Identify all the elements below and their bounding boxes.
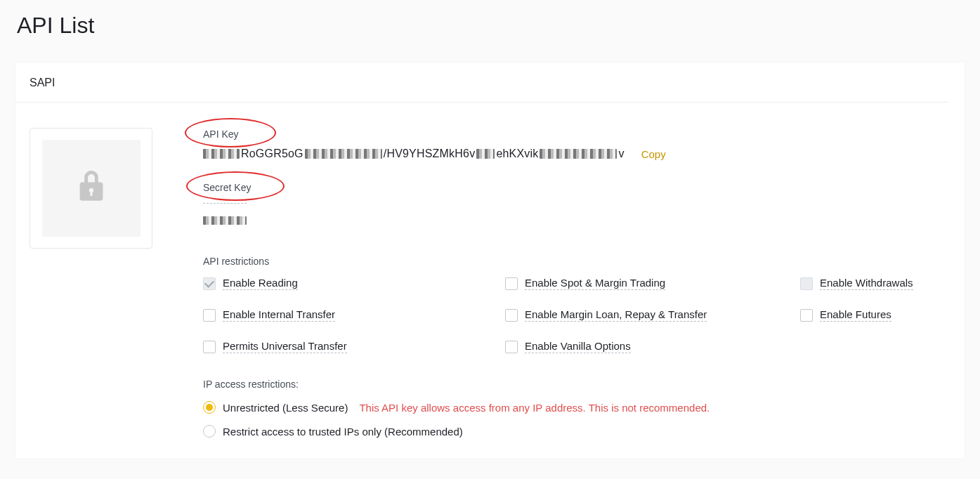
perm-label: Enable Withdrawals bbox=[820, 277, 913, 290]
secret-key-value bbox=[203, 215, 969, 228]
perm-label: Enable Vanilla Options bbox=[525, 340, 631, 353]
api-name: SAPI bbox=[15, 63, 948, 103]
obscured-segment bbox=[540, 149, 617, 159]
api-key-frag-1: RoGGR5oG bbox=[241, 147, 303, 160]
perm-vanilla-options[interactable]: Enable Vanilla Options bbox=[505, 340, 800, 353]
checkbox-icon bbox=[203, 309, 216, 322]
api-key-frag-3: ehKXvik bbox=[496, 147, 538, 160]
ip-access-title: IP access restrictions: bbox=[203, 379, 969, 390]
api-details: API Key RoGGR5oG /HV9YHSZMkH6v ehKXvik v… bbox=[203, 128, 969, 438]
checkbox-icon bbox=[203, 341, 216, 353]
checkbox-icon bbox=[505, 341, 518, 353]
obscured-segment bbox=[305, 149, 382, 159]
perm-label: Enable Futures bbox=[820, 308, 891, 322]
copy-button[interactable]: Copy bbox=[641, 148, 666, 160]
qr-placeholder bbox=[42, 140, 141, 237]
perm-enable-reading[interactable]: Enable Reading bbox=[203, 277, 505, 290]
radio-icon bbox=[203, 401, 216, 414]
checkbox-icon bbox=[800, 277, 813, 290]
permissions-grid: Enable Reading Enable Spot & Margin Trad… bbox=[203, 277, 969, 353]
obscured-segment bbox=[203, 149, 240, 159]
ip-option-unrestricted[interactable]: Unrestricted (Less Secure) This API key … bbox=[203, 401, 969, 414]
checkbox-icon bbox=[203, 277, 216, 290]
perm-internal-transfer[interactable]: Enable Internal Transfer bbox=[203, 308, 505, 322]
secret-key-label: Secret Key bbox=[203, 182, 251, 193]
perm-margin-loan[interactable]: Enable Margin Loan, Repay & Transfer bbox=[505, 308, 800, 322]
secret-key-underline bbox=[203, 201, 247, 204]
checkbox-icon bbox=[505, 309, 518, 322]
obscured-segment bbox=[203, 216, 247, 225]
ip-option-restricted[interactable]: Restrict access to trusted IPs only (Rec… bbox=[203, 425, 969, 438]
perm-universal-transfer[interactable]: Permits Universal Transfer bbox=[203, 340, 505, 353]
ip-warning-text: This API key allows access from any IP a… bbox=[359, 402, 710, 414]
perm-label: Permits Universal Transfer bbox=[223, 340, 347, 353]
api-key-value: RoGGR5oG /HV9YHSZMkH6v ehKXvik v bbox=[203, 147, 625, 160]
perm-label: Enable Spot & Margin Trading bbox=[525, 277, 665, 290]
restrictions-title: API restrictions bbox=[203, 256, 969, 267]
qr-box bbox=[30, 128, 152, 249]
ip-option-label: Restrict access to trusted IPs only (Rec… bbox=[223, 426, 463, 438]
perm-label: Enable Margin Loan, Repay & Transfer bbox=[525, 308, 707, 322]
perm-spot-margin[interactable]: Enable Spot & Margin Trading bbox=[505, 277, 800, 290]
obscured-segment bbox=[476, 149, 495, 159]
api-key-row: RoGGR5oG /HV9YHSZMkH6v ehKXvik v Copy bbox=[203, 147, 969, 160]
perm-futures[interactable]: Enable Futures bbox=[800, 308, 969, 322]
radio-icon bbox=[203, 425, 216, 438]
checkbox-icon bbox=[800, 309, 813, 322]
api-card: SAPI API Key RoGGR5oG bbox=[15, 63, 965, 459]
api-key-frag-2: /HV9YHSZMkH6v bbox=[384, 147, 476, 160]
page-title: API List bbox=[0, 0, 980, 46]
api-key-frag-4: v bbox=[618, 147, 624, 160]
checkbox-icon bbox=[505, 277, 518, 290]
perm-withdrawals[interactable]: Enable Withdrawals bbox=[800, 277, 969, 290]
perm-label: Enable Internal Transfer bbox=[223, 308, 335, 322]
ip-option-label: Unrestricted (Less Secure) bbox=[223, 402, 348, 414]
api-key-label: API Key bbox=[203, 129, 239, 140]
perm-label: Enable Reading bbox=[223, 277, 298, 290]
lock-icon bbox=[77, 171, 105, 206]
